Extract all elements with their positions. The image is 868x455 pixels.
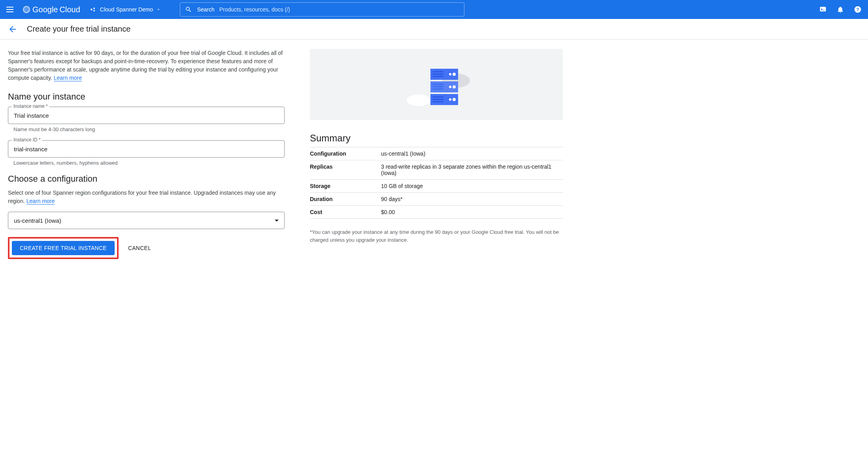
- learn-more-link[interactable]: Learn more: [54, 75, 82, 81]
- summary-row-label: Configuration: [310, 147, 381, 160]
- caret-down-icon: [275, 220, 279, 222]
- instance-id-helper: Lowercase letters, numbers, hyphens allo…: [8, 160, 285, 166]
- summary-row-label: Storage: [310, 180, 381, 193]
- summary-row-label: Replicas: [310, 160, 381, 180]
- summary-row-value: 3 read-write replicas in 3 separate zone…: [381, 160, 563, 180]
- intro-paragraph: Your free trial instance is active for 9…: [8, 49, 285, 82]
- back-arrow-icon[interactable]: [8, 24, 17, 34]
- server-illustration: [310, 49, 563, 120]
- svg-point-3: [93, 10, 95, 11]
- help-icon[interactable]: ?: [854, 6, 862, 13]
- config-learn-more-link[interactable]: Learn more: [26, 198, 55, 205]
- summary-row-value: us-central1 (Iowa): [381, 147, 563, 160]
- form-column: Your free trial instance is active for 9…: [8, 49, 285, 259]
- notifications-icon[interactable]: [836, 6, 844, 13]
- summary-heading: Summary: [310, 133, 563, 144]
- svg-point-13: [453, 73, 456, 76]
- config-select[interactable]: us-central1 (Iowa): [8, 212, 285, 229]
- menu-icon[interactable]: [6, 5, 16, 14]
- summary-row: Configurationus-central1 (Iowa): [310, 147, 563, 160]
- svg-text:?: ?: [856, 7, 859, 12]
- summary-column: Summary Configurationus-central1 (Iowa)R…: [310, 49, 563, 259]
- svg-rect-19: [432, 73, 443, 75]
- summary-row: Replicas3 read-write replicas in 3 separ…: [310, 160, 563, 180]
- config-heading: Choose a configuration: [8, 174, 285, 184]
- search-placeholder: Products, resources, docs (/): [219, 6, 290, 13]
- cloud-shell-icon[interactable]: [819, 6, 827, 13]
- summary-row: Storage10 GB of storage: [310, 180, 563, 193]
- summary-footnote: *You can upgrade your instance at any ti…: [310, 228, 563, 244]
- chevron-down-icon: [156, 7, 161, 12]
- search-icon: [185, 6, 192, 13]
- google-cloud-logo[interactable]: Google Cloud: [22, 5, 80, 14]
- highlight-annotation: CREATE FREE TRIAL INSTANCE: [8, 237, 119, 259]
- svg-point-2: [93, 8, 95, 9]
- svg-rect-25: [432, 99, 443, 100]
- cloud-logo-icon: [22, 5, 31, 14]
- project-picker[interactable]: Cloud Spanner Demo: [90, 6, 161, 13]
- page-title: Create your free trial instance: [27, 24, 130, 34]
- search-label: Search: [197, 6, 214, 13]
- svg-rect-24: [432, 96, 443, 98]
- project-dots-icon: [90, 6, 97, 13]
- name-instance-heading: Name your instance: [8, 92, 285, 102]
- svg-rect-20: [432, 76, 443, 77]
- svg-rect-21: [432, 84, 443, 85]
- svg-point-8: [407, 94, 430, 106]
- subheader: Create your free trial instance: [0, 19, 868, 39]
- svg-rect-18: [432, 71, 443, 72]
- instance-id-input[interactable]: [8, 140, 285, 158]
- config-description: Select one of four Spanner region config…: [8, 189, 285, 205]
- logo-text-cloud: Cloud: [60, 5, 80, 14]
- summary-row-value: 10 GB of storage: [381, 180, 563, 193]
- summary-row-label: Cost: [310, 206, 381, 219]
- search-box[interactable]: Search Products, resources, docs (/): [180, 2, 464, 17]
- create-instance-button[interactable]: CREATE FREE TRIAL INSTANCE: [12, 241, 115, 255]
- svg-point-12: [449, 73, 451, 75]
- action-buttons: CREATE FREE TRIAL INSTANCE CANCEL: [8, 237, 285, 259]
- instance-name-field: Instance name *: [8, 107, 285, 124]
- config-selected-value: us-central1 (Iowa): [14, 217, 61, 224]
- instance-name-helper: Name must be 4-30 characters long: [8, 126, 285, 132]
- svg-point-15: [453, 85, 456, 88]
- summary-row-label: Duration: [310, 193, 381, 206]
- svg-rect-23: [432, 88, 443, 90]
- header-actions: ?: [819, 6, 862, 13]
- config-select-field: us-central1 (Iowa): [8, 212, 285, 229]
- svg-rect-4: [820, 7, 826, 11]
- project-name: Cloud Spanner Demo: [100, 6, 153, 13]
- logo-text-google: Google: [32, 5, 58, 14]
- summary-row-value: $0.00: [381, 206, 563, 219]
- svg-point-16: [449, 98, 451, 101]
- svg-rect-22: [432, 86, 443, 87]
- svg-point-17: [453, 98, 456, 101]
- instance-id-field: Instance ID *: [8, 140, 285, 158]
- instance-id-label: Instance ID *: [12, 137, 42, 143]
- svg-rect-26: [432, 101, 443, 102]
- summary-row-value: 90 days*: [381, 193, 563, 206]
- summary-row: Cost$0.00: [310, 206, 563, 219]
- svg-point-14: [449, 86, 451, 88]
- svg-point-1: [91, 9, 92, 11]
- summary-row: Duration90 days*: [310, 193, 563, 206]
- instance-name-label: Instance name *: [12, 103, 49, 109]
- main-content: Your free trial instance is active for 9…: [0, 39, 868, 269]
- cancel-button[interactable]: CANCEL: [128, 245, 151, 251]
- summary-table: Configurationus-central1 (Iowa)Replicas3…: [310, 147, 563, 219]
- top-header: Google Cloud Cloud Spanner Demo Search P…: [0, 0, 868, 19]
- instance-name-input[interactable]: [8, 107, 285, 124]
